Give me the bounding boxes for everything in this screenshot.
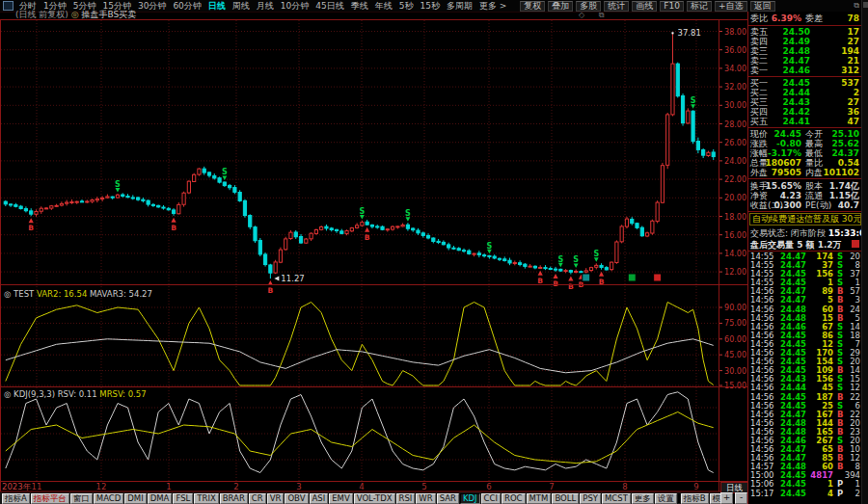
indicator-tab[interactable]: FSL [173,493,193,504]
svg-text:S: S [691,96,696,105]
main-indicator-name[interactable]: 操盘手BS买卖 [82,10,137,19]
trade-row[interactable]: 15:1724.454P2 [748,490,861,498]
indicator-tab[interactable]: WR [416,493,435,504]
toolbar-button[interactable]: +自选 [715,1,747,12]
menu-period-item[interactable]: 日线 [208,0,226,13]
window-icon[interactable] [3,1,14,11]
indicator-tab[interactable]: MACD [94,493,123,504]
indicator-tab[interactable]: 设置 [655,493,677,504]
svg-text:8: 8 [622,482,627,491]
weibi-row: 委比6.39%委差78 [748,13,861,23]
indicator-tab[interactable]: TRIX [194,493,218,504]
ask-row[interactable]: 卖五24.5017 [748,27,861,37]
bid-row[interactable]: 买四24.4236 [748,107,861,117]
menu-period-item[interactable]: 季线 [351,0,368,13]
menu-period-item[interactable]: 周线 [232,0,250,13]
ask-row[interactable]: 卖三24.48194 [748,46,861,56]
indicator-tab[interactable]: BRAR [220,493,248,504]
svg-text:18.00: 18.00 [724,213,746,222]
indicator-tab[interactable]: VOL-TDX [354,493,395,504]
indicator-tab[interactable]: 指标A [2,493,30,504]
info-row: 换手15.65%股本1.74亿 [748,181,861,191]
svg-text:2023年: 2023年 [2,482,32,491]
bid-row[interactable]: 买一24.45537 [748,78,861,88]
svg-text:S: S [487,242,493,251]
ask-row[interactable]: 卖二24.4721 [748,56,861,66]
zoom-out-button[interactable]: - [735,492,747,504]
right-scrollbar[interactable] [861,0,868,504]
svg-text:9: 9 [693,482,698,491]
scrollbar-knob[interactable] [863,2,868,8]
indicator-tab[interactable]: 指标平台 [31,493,69,504]
indicator-tab[interactable]: VR [267,493,285,504]
indicator-tab[interactable]: CR [249,493,266,504]
toolbar-button[interactable]: 返回 [750,1,775,12]
indicator-tab[interactable]: RSI [396,493,416,504]
indicator-tab[interactable]: PSY [580,493,601,504]
svg-text:7: 7 [549,482,554,491]
menu-period-item[interactable]: 月线 [257,0,274,13]
indicator-tab[interactable]: MCST [602,493,631,504]
indicator-tab[interactable]: KDJ [460,493,480,504]
divider [748,127,862,128]
menu-period-item[interactable]: 多周期 [447,0,473,13]
menu-period-item[interactable]: 更多 > [479,0,506,13]
menu-period-item[interactable]: 10分钟 [281,0,309,13]
indicator-tab[interactable]: SAR [437,493,459,504]
toolbar-button[interactable]: 复权 [520,1,545,12]
indicator-tab[interactable]: 更多 [632,493,654,504]
tdx-terminal: 分时1分钟5分钟15分钟30分钟60分钟日线周线月线10分钟45日线季线年线5秒… [0,0,868,504]
info-row: 外盘79505内盘101102 [748,168,861,177]
subscription-banner[interactable]: 自动续费通达信普及版 30元/月 [749,213,861,225]
svg-text:S: S [222,168,228,176]
after-hours-icon[interactable] [852,240,859,248]
indicator-tab[interactable]: OBV [285,493,308,504]
ask-row[interactable]: 卖四24.4927 [748,37,861,46]
menu-period-item[interactable]: 年线 [375,0,393,13]
svg-text:22.00: 22.00 [724,175,746,184]
indicator-tab[interactable]: MTM [527,493,552,504]
toolbar-button[interactable]: F10 [660,1,684,12]
indicator-tab[interactable]: 指标B [681,493,709,504]
menu-period-item[interactable]: 30分钟 [138,0,166,13]
news-icon [628,274,636,281]
svg-text:12.00: 12.00 [724,268,746,277]
chart-corner-icons[interactable]: ◇ ⧉ [579,11,610,20]
toolbar-button[interactable]: 多股 [576,1,601,12]
indicator-tab[interactable]: ROC [502,493,526,504]
panel-toggle-icon[interactable]: ⧉ [854,1,859,11]
candlestick-chart-canvas[interactable]: 38.0036.0034.0032.0030.0028.0026.0024.00… [0,12,747,492]
zoom-in-button[interactable]: + [720,492,733,504]
toolbar-button[interactable]: 画线 [632,1,657,12]
menu-period-item[interactable]: 45日线 [315,0,343,13]
toolbar-button[interactable]: 标记 [687,1,712,12]
toolbar-button[interactable]: 叠加 [548,1,573,12]
menu-actions: 复权叠加多股统计画线F10标记+自选返回 [520,1,774,12]
svg-text:12: 12 [96,482,107,491]
indicator-tab[interactable]: DMA [148,493,173,504]
news-icon [654,274,662,281]
menu-period-item[interactable]: 15秒 [420,0,439,13]
ask-row[interactable]: 卖一24.46312 [748,66,861,75]
divider [748,211,862,212]
indicator-tab[interactable]: BOLL [552,493,579,504]
indicator-tab[interactable]: ASI [310,493,329,504]
indicator-tab[interactable]: 窗口 [70,493,93,504]
bid-row[interactable]: 买二24.442 [748,88,861,97]
svg-text:90.00: 90.00 [724,304,746,312]
bid-row[interactable]: 买三24.4327 [748,97,861,107]
indicator-tab[interactable]: CCI [481,493,501,504]
indicator-tab[interactable]: EMV [329,493,353,504]
info-row: 收益(二)0.300PE(动)40.7 [748,200,861,210]
bid-row[interactable]: 买五24.4147 [748,117,861,126]
svg-text:28.00: 28.00 [724,120,746,129]
svg-text:B: B [568,282,574,291]
toolbar-button[interactable]: 统计 [604,1,629,12]
svg-text:S: S [360,207,366,216]
menu-period-item[interactable]: 60分钟 [173,0,201,13]
svg-text:S: S [115,180,121,189]
svg-text:75.00: 75.00 [724,319,746,328]
indicator-tab[interactable]: DMI [124,493,146,504]
tick-trade-list[interactable]: 14:5524.47174S2014:5524.4737S814:5524.45… [748,252,861,498]
menu-period-item[interactable]: 5秒 [399,0,414,13]
